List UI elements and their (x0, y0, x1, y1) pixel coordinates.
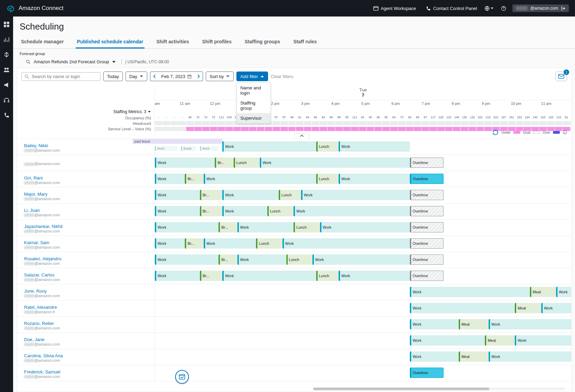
shift-bar-work[interactable]: Work (410, 351, 459, 362)
shift-bar-pl[interactable]: paid leave (132, 139, 223, 144)
prev-day-button[interactable] (150, 72, 159, 81)
shift-bar-work[interactable]: Work (222, 206, 267, 216)
shift-bar-work[interactable]: Work (410, 287, 530, 297)
sort-select[interactable]: Sort by (206, 72, 234, 81)
shift-bar-work[interactable]: Work (556, 287, 571, 297)
shift-bar-work[interactable]: Work (541, 303, 571, 313)
shift-bar-lunch[interactable]: Lunch (267, 206, 294, 216)
shift-bar-work[interactable]: Work (410, 335, 485, 346)
shift-bar-sml[interactable]: Work (155, 146, 177, 151)
info-icon[interactable] (563, 130, 567, 135)
tab-published-schedule-calendar[interactable]: Published schedule calendar (76, 35, 145, 48)
shift-bar-break[interactable]: Br... (200, 190, 222, 200)
agent-name[interactable]: Salazar, Carlos (24, 272, 151, 277)
shift-bar-ot[interactable]: Overtime (410, 238, 444, 249)
shift-bar-lunch[interactable]: Lunch (286, 254, 312, 265)
metrics-title[interactable]: Staffing Metrics: 3 (113, 109, 151, 114)
shift-bar-break[interactable]: Br... (185, 238, 204, 249)
shift-bar-work[interactable]: Work (237, 254, 286, 265)
agent-search-input[interactable] (32, 74, 97, 79)
shift-bar-meal[interactable]: Meal (530, 287, 556, 297)
nav-dashboard-icon[interactable] (3, 21, 10, 28)
today-button[interactable]: Today (103, 72, 123, 81)
shift-bar-work[interactable]: Work (339, 141, 410, 152)
shift-bar-break[interactable]: Br... (215, 157, 234, 168)
agent-name[interactable]: Rosalez, Alejandro (24, 256, 151, 261)
date-picker[interactable]: Feb 7, 2023 (159, 72, 194, 81)
shift-bar-work[interactable]: Work (204, 174, 316, 184)
tab-schedule-manager[interactable]: Schedule manager (20, 35, 65, 48)
shift-bar-lunch[interactable]: Lunch (279, 190, 301, 200)
shift-bar-break[interactable]: Br... (200, 271, 222, 281)
shift-bar-ot[interactable]: Overtime (410, 206, 444, 216)
shift-bar-ot[interactable]: Overtime (410, 190, 444, 200)
shift-bar-work[interactable]: Work (410, 303, 515, 313)
shift-bar-work[interactable]: Work (155, 238, 185, 249)
tab-staff-rules[interactable]: Staff rules (292, 35, 318, 48)
shift-bar-work[interactable]: Work (204, 238, 256, 249)
agent-name[interactable]: Frederick, Samuel (24, 369, 151, 374)
shift-bar-work[interactable]: Work (155, 174, 185, 184)
shift-bar-work[interactable]: Work (339, 271, 410, 281)
filter-option-staffing-group[interactable]: Staffing group (237, 98, 270, 113)
next-day-button[interactable] (194, 72, 203, 81)
shift-bar-work[interactable]: Work (489, 319, 571, 329)
shift-bar-work[interactable]: Work (312, 254, 410, 265)
shift-bar-lunch[interactable]: Lunch (234, 157, 260, 168)
shift-bar-work[interactable]: Work (155, 271, 200, 281)
shift-bar-work[interactable]: Work (260, 157, 410, 168)
shift-bar-break[interactable]: Br... (185, 174, 204, 184)
horizontal-scrollbar[interactable] (313, 388, 565, 390)
agent-name[interactable]: Jone, Rony (24, 288, 151, 294)
collapse-metrics-button[interactable] (294, 133, 309, 139)
span-select[interactable]: Day (126, 72, 147, 81)
agent-name[interactable]: Kaimal, Sam (24, 240, 151, 245)
agent-name[interactable]: Carolina, Silvia Ana (24, 353, 151, 358)
inbox-button[interactable]: 1 (555, 72, 567, 81)
shift-bar-work[interactable]: Work (294, 206, 410, 216)
shift-bar-work[interactable]: Work (222, 190, 279, 200)
tab-shift-profiles[interactable]: Shift profiles (201, 35, 233, 48)
clear-filters-link[interactable]: Clear filters (271, 74, 294, 79)
chart-fab[interactable] (175, 370, 189, 384)
shift-bar-break[interactable]: Br... (219, 222, 237, 232)
shift-bar-ot[interactable]: Overtime (410, 222, 444, 232)
shift-bar-lunch[interactable]: Lunch (316, 271, 339, 281)
nav-routing-icon[interactable] (3, 52, 10, 58)
nav-users-icon[interactable] (3, 67, 10, 73)
ccp-link[interactable]: Contact Control Panel (426, 6, 477, 11)
agent-name[interactable]: Major, Mary (24, 192, 151, 197)
agent-name[interactable]: Rozario, Reiter (24, 321, 151, 326)
shift-bar-sml[interactable]: Work (200, 146, 219, 151)
help-icon-button[interactable] (501, 6, 506, 11)
add-filter-button[interactable]: Add filter (236, 72, 268, 81)
shift-bar-work[interactable]: Work (301, 190, 410, 200)
shift-bar-ot-blue[interactable]: Overtime (410, 174, 444, 184)
agent-name[interactable]: Doe, Jane (24, 337, 151, 342)
shift-bar-break[interactable]: Br... (200, 206, 222, 216)
nav-headset-icon[interactable] (3, 97, 10, 103)
agent-name[interactable]: Ratel, Alexandre (24, 305, 151, 310)
shift-bar-lunch[interactable]: Lunch (256, 238, 282, 249)
shift-bar-sml[interactable]: Break (181, 146, 196, 151)
nav-analytics-icon[interactable] (3, 36, 10, 43)
nav-announce-icon[interactable] (3, 82, 10, 88)
shift-bar-work[interactable]: Work (155, 254, 219, 265)
shift-bar-work[interactable]: Work (489, 351, 571, 362)
shift-bar-work[interactable]: Work (155, 206, 200, 216)
agent-workspace-link[interactable]: Agent Workspace (373, 6, 416, 11)
agent-name[interactable]: Jayashankar, Nikhil (24, 224, 151, 229)
shift-bar-ot[interactable]: Overtime (410, 157, 444, 168)
forecast-group-select[interactable]: Amazon Refunds 2nd Forecast Group (34, 59, 116, 64)
shift-bar-work[interactable]: Work (237, 222, 294, 232)
shift-bar-lunch[interactable]: Lunch (316, 141, 339, 152)
agent-search[interactable] (21, 72, 100, 81)
shift-bar-break[interactable]: Br... (219, 254, 237, 265)
shift-bar-work[interactable]: Work (155, 222, 219, 232)
shift-bar-work[interactable]: Work (222, 271, 316, 281)
shift-bar-work[interactable]: Work (155, 157, 215, 168)
shift-bar-work[interactable]: Work (410, 319, 459, 329)
shift-bar-work[interactable]: Work (222, 141, 316, 152)
shift-bar-ot[interactable]: Overtime (410, 271, 444, 281)
globe-menu[interactable] (485, 6, 493, 11)
